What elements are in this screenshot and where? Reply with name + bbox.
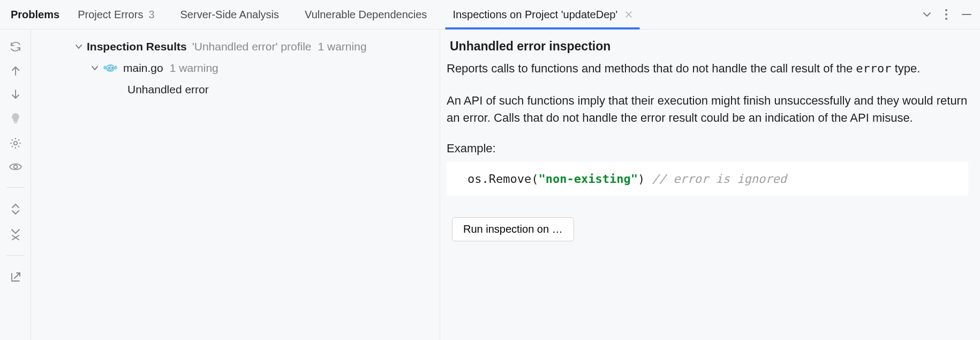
tab-problems[interactable]: Problems bbox=[9, 0, 65, 29]
kebab-icon[interactable] bbox=[945, 9, 948, 20]
tab-count: 3 bbox=[148, 9, 154, 21]
tree-issue[interactable]: Unhandled error bbox=[31, 79, 440, 100]
tab-vulnerable-dependencies[interactable]: Vulnerable Dependencies bbox=[292, 0, 440, 29]
collapse-down-close-icon[interactable] bbox=[10, 227, 21, 240]
svg-point-8 bbox=[13, 165, 17, 169]
tree-root[interactable]: Inspection Results 'Unhandled error' pro… bbox=[31, 36, 440, 57]
separator bbox=[6, 187, 25, 188]
code-inline: error bbox=[856, 62, 891, 75]
svg-point-11 bbox=[103, 66, 106, 70]
arrow-down-icon[interactable] bbox=[10, 88, 21, 100]
tree-issue-label: Unhandled error bbox=[127, 83, 209, 96]
tree-file-count: 1 warning bbox=[170, 62, 218, 75]
chevron-down-icon[interactable] bbox=[922, 10, 932, 19]
svg-point-1 bbox=[945, 13, 947, 16]
tab-label: Project Errors bbox=[78, 9, 143, 21]
tree-file[interactable]: main.go 1 warning bbox=[31, 57, 440, 79]
svg-point-7 bbox=[13, 142, 17, 145]
separator bbox=[6, 255, 25, 256]
bulb-icon[interactable] bbox=[10, 112, 21, 125]
go-icon bbox=[103, 61, 118, 76]
svg-point-15 bbox=[108, 67, 109, 68]
refresh-icon[interactable] bbox=[9, 40, 22, 53]
run-inspection-button[interactable]: Run inspection on … bbox=[452, 217, 574, 241]
inspection-description-2: An API of such functions imply that thei… bbox=[447, 92, 968, 127]
svg-point-16 bbox=[111, 67, 112, 68]
svg-point-2 bbox=[945, 18, 947, 20]
tab-label: Inspections on Project 'updateDep' bbox=[453, 9, 617, 21]
tree-root-count: 1 warning bbox=[318, 40, 367, 53]
svg-rect-10 bbox=[106, 64, 115, 72]
tree-file-name: main.go bbox=[123, 62, 163, 75]
tab-project-errors[interactable]: Project Errors 3 bbox=[65, 0, 167, 29]
export-icon[interactable] bbox=[9, 271, 22, 284]
code-text: ) bbox=[638, 172, 652, 186]
tab-label: Server-Side Analysis bbox=[180, 9, 280, 21]
tab-label: Vulnerable Dependencies bbox=[305, 9, 427, 21]
code-comment: // error is ignored bbox=[652, 172, 787, 186]
tabbar-actions bbox=[922, 9, 980, 20]
code-text: os.Remove( bbox=[468, 172, 538, 186]
text: Reports calls to functions and methods t… bbox=[447, 62, 856, 75]
gear-icon[interactable] bbox=[9, 137, 22, 150]
code-string: "non-existing" bbox=[538, 172, 637, 186]
gutter-toolbar bbox=[0, 29, 31, 340]
close-icon[interactable] bbox=[625, 11, 632, 18]
chevron-down-icon[interactable] bbox=[89, 64, 101, 72]
arrow-up-icon[interactable] bbox=[10, 65, 21, 77]
tree-root-profile: 'Unhandled error' profile bbox=[192, 40, 312, 53]
text: type. bbox=[892, 62, 921, 75]
chevron-down-icon[interactable] bbox=[73, 43, 85, 50]
minimize-icon[interactable] bbox=[961, 9, 973, 20]
tab-label: Problems bbox=[11, 9, 59, 21]
code-example: os.Remove("non-existing") // error is ig… bbox=[447, 162, 968, 196]
svg-rect-6 bbox=[14, 122, 17, 123]
inspection-title: Unhandled error inspection bbox=[450, 39, 971, 54]
example-label: Example: bbox=[447, 142, 971, 156]
svg-point-0 bbox=[945, 9, 947, 11]
detail-pane: Unhandled error inspection Reports calls… bbox=[440, 29, 980, 340]
tree-root-title: Inspection Results bbox=[87, 40, 187, 53]
tab-server-side-analysis[interactable]: Server-Side Analysis bbox=[168, 0, 292, 29]
eye-icon[interactable] bbox=[9, 161, 22, 172]
tab-inspections[interactable]: Inspections on Project 'updateDep' bbox=[440, 0, 645, 29]
svg-point-12 bbox=[114, 66, 117, 70]
tree-pane: Inspection Results 'Unhandled error' pro… bbox=[31, 29, 440, 340]
svg-point-17 bbox=[110, 69, 111, 70]
expand-collapse-icon[interactable] bbox=[10, 203, 21, 216]
inspection-description-1: Reports calls to functions and methods t… bbox=[447, 60, 968, 77]
svg-line-9 bbox=[14, 273, 20, 278]
tabbar: Problems Project Errors 3 Server-Side An… bbox=[0, 0, 980, 29]
